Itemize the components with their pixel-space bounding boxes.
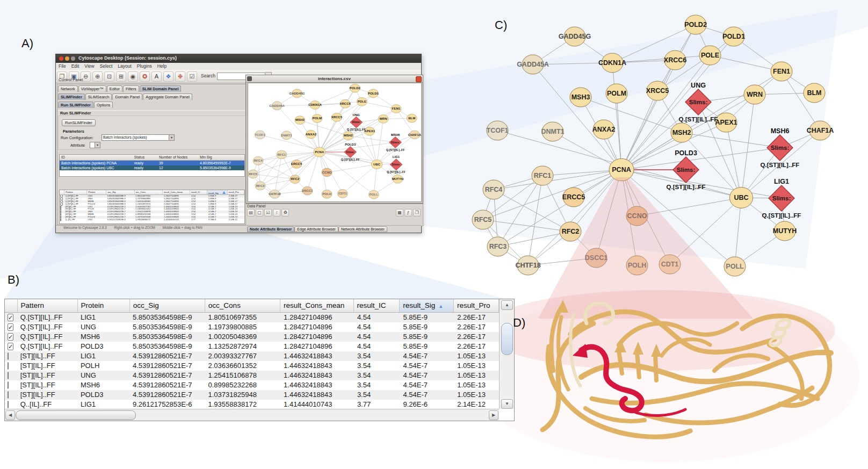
column-header-result_cons_mean[interactable]: result_Cons_mean — [280, 299, 353, 312]
table-row[interactable]: ✓Q.[ST][IL]..FFPOLD35.85035364598E-91.13… — [5, 342, 499, 351]
network-window-titlebar[interactable]: interactions.csv — [246, 75, 423, 83]
tab-edge-attribute-browser[interactable]: Edge Attribute Browser — [294, 226, 338, 232]
row-checkbox[interactable]: ✓ — [8, 314, 13, 321]
menu-item-layout[interactable]: Layout — [115, 63, 134, 69]
horizontal-scroll-thumb[interactable] — [16, 410, 136, 420]
sort-arrow-icon[interactable]: ▲ — [438, 304, 443, 309]
column-header-result_pro[interactable]: result_Pro — [228, 190, 244, 194]
menu-item-view[interactable]: View — [82, 63, 97, 69]
zoom-region-icon[interactable]: ⊡ — [104, 71, 114, 82]
tab-network[interactable]: Network — [58, 85, 78, 92]
row-checkbox[interactable] — [8, 362, 9, 370]
combo-arrow-icon[interactable]: ▾ — [95, 142, 100, 148]
tab-slimfinder[interactable]: SLiMFinder — [58, 93, 85, 100]
tab-aggregate-domain-panel[interactable]: Aggregate Domain Panel — [143, 93, 192, 100]
attribute-select-icon[interactable]: ▤ — [247, 209, 255, 217]
mini-results-table[interactable]: PatternProteinocc_Sigocc_Consresult_Cons… — [59, 190, 245, 224]
menu-item-select[interactable]: Select — [97, 63, 115, 69]
vizmapper-node-icon[interactable]: ❖ — [163, 71, 173, 82]
tab-run-slimfinder[interactable]: Run SLiMFinder — [58, 102, 93, 108]
column-header-occ_sig[interactable]: occ_Sig — [130, 299, 205, 312]
select-mode-icon[interactable]: ☑ — [187, 71, 197, 82]
column-header-result_cons_mean[interactable]: result_Cons_mean — [163, 190, 190, 194]
tab-network-attribute-browser[interactable]: Network Attribute Browser — [338, 226, 387, 232]
network-view-canvas[interactable] — [248, 83, 422, 202]
table-row[interactable]: [ST][IL]..FFMSH64.53912860521E-70.899852… — [5, 380, 499, 390]
table-row[interactable]: Q..[IL]..FFLIG19.26121752853E-61.9355883… — [60, 219, 244, 221]
column-header-result_sig[interactable]: result_Sig▲ — [400, 299, 454, 312]
font-face-icon[interactable]: A — [151, 71, 162, 82]
tab-node-attribute-browser[interactable]: Node Attribute Browser — [247, 226, 294, 232]
menu-item-plugins[interactable]: Plugins — [134, 63, 155, 69]
vertical-scroll-thumb[interactable] — [501, 323, 513, 355]
column-header-occ_cons[interactable]: occ_Cons — [205, 299, 280, 312]
column-header-result_ic[interactable]: result_IC — [190, 190, 207, 194]
row-checkbox[interactable] — [60, 219, 61, 221]
row-checkbox[interactable]: ✓ — [8, 333, 13, 341]
jobs-column-header[interactable]: Status — [133, 155, 157, 160]
table-row[interactable]: ✓Q.[ST][IL]..FFLIG15.85035364598E-91.805… — [5, 313, 499, 322]
run-configuration-select[interactable]: Batch Interactors (spokes) ▾ — [102, 134, 175, 141]
table-row[interactable]: ✓Q.[ST][IL]..FFUNG5.85035364598E-91.1973… — [5, 322, 499, 332]
row-checkbox[interactable]: ✓ — [8, 323, 13, 331]
network-window-close-icon[interactable] — [416, 76, 422, 82]
tab-options[interactable]: Options — [94, 102, 113, 108]
network-view-window[interactable]: interactions.csv — [245, 75, 423, 204]
menu-item-help[interactable]: Help — [155, 63, 169, 69]
sort-arrow-icon[interactable]: ▲ — [221, 190, 226, 194]
column-header-pattern[interactable]: Pattern — [18, 299, 78, 312]
scroll-right-icon[interactable]: ▶ — [489, 410, 498, 420]
vizmapper-edge-icon[interactable]: ❉ — [175, 71, 185, 82]
new-attribute-icon[interactable]: ▢ — [256, 209, 263, 217]
table-mode-icon[interactable]: ▦ — [396, 209, 403, 217]
row-checkbox[interactable] — [8, 401, 9, 408]
tab-slim-domain-panel[interactable]: SLiM Domain Panel — [140, 85, 182, 92]
horizontal-scrollbar[interactable]: ◀ ▶ — [5, 409, 499, 421]
table-row[interactable]: [ST][IL]..FFPOLH4.53912860521E-72.036366… — [5, 361, 499, 371]
column-header-pattern[interactable]: Pattern — [64, 190, 87, 194]
annotation-icon[interactable]: ✪ — [140, 71, 150, 82]
attribute-select[interactable]: ▾ — [90, 142, 100, 148]
minimize-window-icon[interactable] — [65, 56, 69, 61]
zoom-fit-icon[interactable]: ⊞ — [116, 71, 126, 82]
import-table-icon[interactable]: ❐ — [413, 209, 421, 217]
tab-filters[interactable]: Filters — [123, 85, 139, 92]
snapshot-icon[interactable]: ◉ — [128, 71, 138, 82]
tab-domain-panel[interactable]: Domain Panel — [112, 93, 142, 100]
edit-attribute-icon[interactable]: ☑ — [264, 209, 272, 217]
scroll-left-icon[interactable]: ◀ — [5, 410, 15, 420]
row-checkbox[interactable] — [8, 381, 9, 389]
delete-attribute-icon[interactable]: ♻ — [281, 209, 289, 217]
row-checkbox[interactable] — [8, 372, 9, 379]
combo-arrow-icon[interactable]: ▾ — [169, 135, 174, 140]
jobs-row[interactable]: Batch Interactions (spokes) UBCready125.… — [60, 165, 244, 170]
table-row[interactable]: [ST][IL]..FFLIG14.53912860521E-72.003933… — [5, 351, 499, 361]
column-header-result_sig[interactable]: result_Sig▲ — [207, 190, 228, 194]
close-window-icon[interactable] — [59, 56, 63, 61]
row-checkbox[interactable] — [8, 352, 9, 360]
column-header-result_pro[interactable]: result_Pro — [454, 299, 499, 312]
jobs-column-header[interactable]: ID — [60, 155, 133, 160]
table-row[interactable]: [ST][IL]..FFUNG4.53912860521E-71.2541510… — [5, 371, 499, 380]
column-icon[interactable]: ⁞ — [273, 209, 280, 217]
column-header-protein[interactable]: Protein — [87, 190, 106, 194]
column-header-protein[interactable]: Protein — [78, 299, 130, 312]
maximize-window-icon[interactable] — [71, 56, 75, 61]
row-checkbox[interactable]: ✓ — [8, 343, 13, 350]
tab-vizmapper-[interactable]: VizMapper™ — [78, 85, 106, 92]
jobs-column-header[interactable]: Number of Nodes — [157, 155, 198, 160]
table-row[interactable]: Q..[IL]..FFLIG19.26121752853E-61.9355883… — [5, 400, 499, 409]
scroll-up-icon[interactable]: ▲ — [501, 300, 513, 310]
row-checkbox[interactable] — [8, 391, 9, 399]
jobs-row[interactable]: Batch Interactions (spokes) PCNAready394… — [60, 161, 244, 165]
run-slimfinder-button[interactable]: RunSLiMFinder — [62, 119, 96, 126]
tab-slimsearch[interactable]: SLiMSearch — [85, 93, 112, 100]
table-row[interactable]: ✓Q.[ST][IL]..FFMSH65.85035364598E-91.002… — [5, 332, 499, 342]
column-header-occ_sig[interactable]: occ_Sig — [106, 190, 134, 194]
window-titlebar[interactable]: Cytoscape Desktop (Session: session.cys) — [56, 54, 421, 63]
menu-item-edit[interactable]: Edit — [69, 63, 82, 69]
vertical-scrollbar[interactable]: ▲ ▼ — [499, 299, 514, 409]
function-builder-icon[interactable]: ƒ — [404, 209, 412, 217]
tab-editor[interactable]: Editor — [107, 85, 122, 92]
table-row[interactable]: [ST][IL]..FFPOLD34.53912860521E-71.03731… — [5, 390, 499, 400]
